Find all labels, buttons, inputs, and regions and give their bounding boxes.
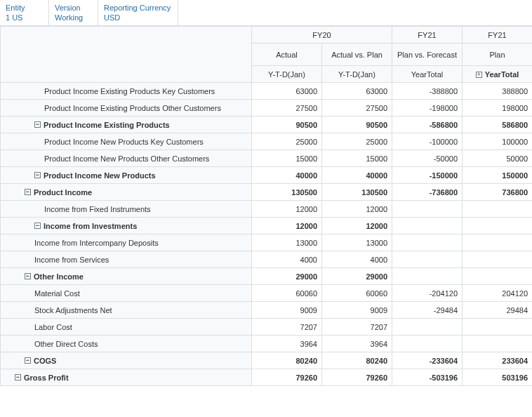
row-header[interactable]: Product Income Existing Products Other C… <box>1 100 252 117</box>
data-cell[interactable]: -198000 <box>392 100 463 117</box>
row-header[interactable]: Product Income Existing Products Key Cus… <box>1 83 252 100</box>
col-year-fy21a[interactable]: FY21 <box>392 27 463 44</box>
data-cell[interactable]: 388800 <box>463 83 532 100</box>
data-cell[interactable]: -388800 <box>392 83 463 100</box>
data-cell[interactable]: 13000 <box>252 234 322 251</box>
data-cell[interactable]: 130500 <box>252 184 322 201</box>
data-cell[interactable]: 7207 <box>322 319 392 336</box>
data-cell[interactable]: 15000 <box>252 150 322 167</box>
pov-entity[interactable]: Entity 1 US <box>0 0 49 25</box>
data-cell[interactable]: -204120 <box>392 285 463 302</box>
col-scenario-actual-vs-plan[interactable]: Actual vs. Plan <box>322 44 392 66</box>
row-header[interactable]: Product Income New Products Key Customer… <box>1 133 252 150</box>
data-cell[interactable]: 80240 <box>322 352 392 369</box>
data-cell[interactable]: 50000 <box>463 150 532 167</box>
data-cell[interactable]: 9009 <box>322 302 392 319</box>
data-cell[interactable] <box>463 336 532 352</box>
row-header[interactable]: −COGS <box>1 352 252 369</box>
row-header[interactable]: Labor Cost <box>1 319 252 336</box>
data-cell[interactable]: -503196 <box>392 369 463 386</box>
data-cell[interactable]: 13000 <box>322 234 392 251</box>
col-year-fy20[interactable]: FY20 <box>252 27 392 44</box>
data-cell[interactable] <box>463 251 532 268</box>
row-header[interactable]: Stock Adjustments Net <box>1 302 252 319</box>
collapse-icon[interactable]: − <box>34 121 41 128</box>
data-cell[interactable] <box>392 218 463 234</box>
data-cell[interactable]: 60060 <box>252 285 322 302</box>
row-header[interactable]: −Other Income <box>1 268 252 285</box>
data-cell[interactable]: 79260 <box>252 369 322 386</box>
data-cell[interactable] <box>463 268 532 285</box>
row-header[interactable]: Product Income New Products Other Custom… <box>1 150 252 167</box>
data-cell[interactable]: 9009 <box>252 302 322 319</box>
data-cell[interactable]: 27500 <box>322 100 392 117</box>
col-scenario-actual[interactable]: Actual <box>252 44 322 66</box>
data-cell[interactable]: -29484 <box>392 302 463 319</box>
data-cell[interactable]: 63000 <box>322 83 392 100</box>
row-header[interactable]: Income from Fixed Instruments <box>1 201 252 218</box>
data-cell[interactable]: 130500 <box>322 184 392 201</box>
data-cell[interactable] <box>392 201 463 218</box>
expand-icon[interactable]: + <box>476 72 482 78</box>
data-cell[interactable] <box>392 251 463 268</box>
row-header[interactable]: −Income from Investments <box>1 218 252 234</box>
data-cell[interactable]: 7207 <box>252 319 322 336</box>
row-header[interactable]: −Product Income <box>1 184 252 201</box>
data-cell[interactable]: 40000 <box>252 167 322 184</box>
collapse-icon[interactable]: − <box>25 273 31 279</box>
data-cell[interactable] <box>392 336 463 352</box>
data-cell[interactable]: 736800 <box>463 184 532 201</box>
data-cell[interactable]: 90500 <box>322 117 392 133</box>
data-cell[interactable] <box>392 319 463 336</box>
data-cell[interactable]: 503196 <box>463 369 532 386</box>
collapse-icon[interactable]: − <box>34 223 41 229</box>
data-cell[interactable]: -100000 <box>392 133 463 150</box>
data-cell[interactable]: -586800 <box>392 117 463 133</box>
col-period-3[interactable]: YearTotal <box>392 66 463 83</box>
data-cell[interactable]: 4000 <box>252 251 322 268</box>
data-cell[interactable]: 25000 <box>252 133 322 150</box>
data-cell[interactable]: 12000 <box>322 218 392 234</box>
data-cell[interactable] <box>392 234 463 251</box>
data-cell[interactable]: 4000 <box>322 251 392 268</box>
data-cell[interactable]: 29000 <box>322 268 392 285</box>
data-cell[interactable]: -736800 <box>392 184 463 201</box>
col-period-4[interactable]: + YearTotal <box>463 66 532 83</box>
col-year-fy21b[interactable]: FY21 <box>463 27 532 44</box>
data-cell[interactable]: 204120 <box>463 285 532 302</box>
col-scenario-plan[interactable]: Plan <box>463 44 532 66</box>
col-period-1[interactable]: Y-T-D(Jan) <box>252 66 322 83</box>
data-cell[interactable]: -233604 <box>392 352 463 369</box>
data-cell[interactable]: 29484 <box>463 302 532 319</box>
data-cell[interactable]: 15000 <box>322 150 392 167</box>
collapse-icon[interactable]: − <box>34 172 41 178</box>
row-header[interactable]: −Product Income New Products <box>1 167 252 184</box>
row-header[interactable]: −Product Income Existing Products <box>1 117 252 133</box>
row-header[interactable]: −Gross Profit <box>1 369 252 386</box>
row-header[interactable]: Income from Intercompany Deposits <box>1 234 252 251</box>
collapse-icon[interactable]: − <box>25 357 31 364</box>
data-cell[interactable]: 12000 <box>252 201 322 218</box>
data-cell[interactable]: 27500 <box>252 100 322 117</box>
data-cell[interactable]: 233604 <box>463 352 532 369</box>
data-cell[interactable]: 40000 <box>322 167 392 184</box>
data-cell[interactable]: 90500 <box>252 117 322 133</box>
row-header[interactable]: Other Direct Costs <box>1 336 252 352</box>
data-cell[interactable] <box>463 218 532 234</box>
data-cell[interactable]: 12000 <box>322 201 392 218</box>
data-cell[interactable]: 198000 <box>463 100 532 117</box>
pov-currency[interactable]: Reporting Currency USD <box>98 0 178 25</box>
data-cell[interactable]: 79260 <box>322 369 392 386</box>
data-cell[interactable]: -150000 <box>392 167 463 184</box>
data-cell[interactable]: 100000 <box>463 133 532 150</box>
data-cell[interactable]: 63000 <box>252 83 322 100</box>
data-cell[interactable] <box>463 201 532 218</box>
data-cell[interactable]: 25000 <box>322 133 392 150</box>
collapse-icon[interactable]: − <box>25 189 31 195</box>
pov-version[interactable]: Version Working <box>49 0 98 25</box>
data-cell[interactable]: 3964 <box>322 336 392 352</box>
data-cell[interactable]: 29000 <box>252 268 322 285</box>
data-cell[interactable] <box>392 268 463 285</box>
data-cell[interactable] <box>463 234 532 251</box>
data-cell[interactable]: 60060 <box>322 285 392 302</box>
